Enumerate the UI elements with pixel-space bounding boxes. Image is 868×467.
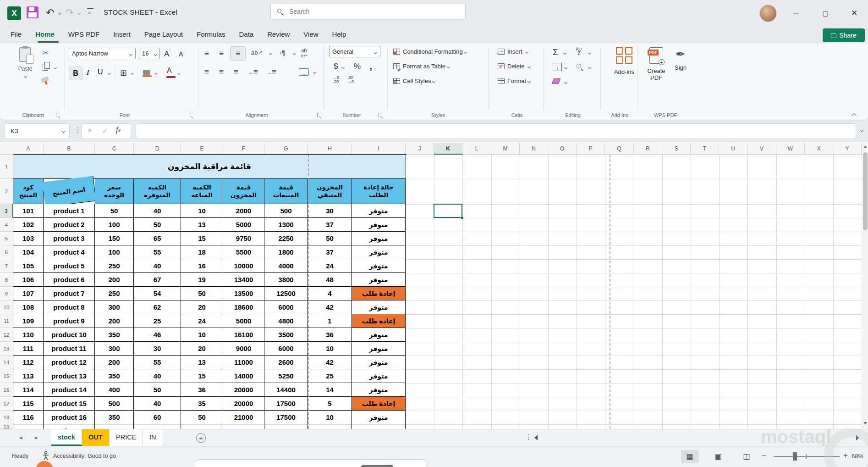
- row-header-5[interactable]: 5: [0, 232, 13, 245]
- table-cell[interactable]: 50: [181, 287, 223, 300]
- table-cell[interactable]: 103: [13, 232, 44, 245]
- increase-decimal-icon[interactable]: ←0 .00: [333, 76, 339, 84]
- format-as-table-button[interactable]: Format as Table: [393, 63, 450, 70]
- table-cell[interactable]: 500: [95, 397, 134, 411]
- table-header-4[interactable]: الكميه المباعه: [181, 179, 223, 204]
- row-header-2[interactable]: 2: [0, 179, 13, 204]
- status-cell[interactable]: متوفر: [352, 259, 406, 273]
- accounting-format-icon[interactable]: $: [334, 62, 338, 71]
- format-painter-icon[interactable]: [41, 77, 49, 83]
- undo-dropdown-icon[interactable]: [58, 11, 61, 15]
- column-header-X[interactable]: X: [805, 143, 833, 155]
- ribbon-tab-review[interactable]: Review: [260, 28, 297, 41]
- italic-button[interactable]: I: [87, 68, 89, 77]
- table-cell[interactable]: product 11: [44, 342, 95, 356]
- clear-icon[interactable]: [552, 78, 560, 84]
- alignment-dialog-launcher-icon[interactable]: [317, 113, 322, 117]
- table-cell[interactable]: 110: [13, 328, 44, 342]
- column-header-U[interactable]: U: [719, 143, 747, 155]
- table-cell[interactable]: 102: [13, 218, 44, 232]
- ribbon-tab-file[interactable]: File: [4, 28, 28, 41]
- table-cell[interactable]: 111: [13, 342, 44, 356]
- table-header-8[interactable]: حالة إعادة الطلب: [352, 179, 406, 204]
- table-cell[interactable]: 42: [308, 356, 352, 369]
- status-cell[interactable]: متوفر: [352, 383, 406, 397]
- column-header-A[interactable]: A: [13, 143, 44, 155]
- row-header-8[interactable]: 8: [0, 273, 13, 287]
- formula-bar-expand-icon[interactable]: [860, 129, 863, 132]
- orientation-icon[interactable]: ab↗: [251, 49, 263, 56]
- table-cell[interactable]: product 3: [44, 232, 95, 245]
- status-cell[interactable]: [352, 424, 406, 429]
- table-cell[interactable]: 40: [134, 204, 181, 218]
- status-cell[interactable]: متوفر: [352, 273, 406, 287]
- cancel-icon[interactable]: ×: [88, 126, 92, 135]
- table-header-2[interactable]: سعر الوحده: [95, 179, 134, 204]
- table-cell[interactable]: 25: [308, 369, 352, 383]
- table-cell[interactable]: product 14: [44, 383, 95, 397]
- table-cell[interactable]: 13500: [223, 287, 264, 300]
- column-header-C[interactable]: C: [95, 143, 134, 155]
- status-cell[interactable]: متوفر: [352, 232, 406, 245]
- share-button[interactable]: Share: [823, 28, 865, 42]
- align-top-icon[interactable]: ≡: [204, 49, 209, 58]
- table-cell[interactable]: 5000: [223, 314, 264, 328]
- table-cell[interactable]: 10000: [223, 259, 264, 273]
- table-cell[interactable]: 113: [13, 369, 44, 383]
- text-direction-icon[interactable]: ›¶: [280, 49, 285, 56]
- ribbon-tab-help[interactable]: Help: [325, 28, 353, 41]
- table-cell[interactable]: 17500: [264, 397, 308, 411]
- close-button[interactable]: ✕: [847, 6, 861, 20]
- column-header-E[interactable]: E: [181, 143, 223, 155]
- hscroll-left-icon[interactable]: [534, 435, 538, 440]
- table-header-0[interactable]: كود المنتج: [13, 179, 44, 204]
- table-cell[interactable]: 54: [134, 287, 181, 300]
- ribbon-tab-formulas[interactable]: Formulas: [190, 28, 232, 41]
- number-format-combo[interactable]: General: [329, 46, 380, 57]
- table-cell[interactable]: product 10: [44, 328, 95, 342]
- table-cell[interactable]: product 2: [44, 218, 95, 232]
- table-cell[interactable]: 37: [308, 218, 352, 232]
- create-pdf-button[interactable]: PDF+ Create PDF: [643, 47, 669, 81]
- minimize-button[interactable]: ─: [789, 6, 803, 20]
- table-cell[interactable]: 1800: [264, 245, 308, 259]
- undo-icon[interactable]: ↶: [46, 6, 54, 20]
- table-cell[interactable]: 13: [181, 218, 223, 232]
- table-cell[interactable]: 24: [181, 314, 223, 328]
- table-cell[interactable]: 350: [95, 411, 134, 424]
- table-cell[interactable]: 2600: [264, 356, 308, 369]
- table-header-6[interactable]: قيمة المبيعات: [264, 179, 308, 204]
- table-cell[interactable]: 14: [308, 383, 352, 397]
- align-center-icon[interactable]: ≡: [219, 67, 223, 77]
- status-cell[interactable]: متوفر: [352, 245, 406, 259]
- format-cells-button[interactable]: Format: [498, 78, 530, 84]
- table-cell[interactable]: 4: [308, 287, 352, 300]
- table-header-1[interactable]: اسم المنتج: [42, 176, 96, 207]
- table-cell[interactable]: product 8: [44, 300, 95, 314]
- table-cell[interactable]: product 5: [44, 259, 95, 273]
- table-cell[interactable]: 15: [181, 369, 223, 383]
- table-cell[interactable]: 1300: [264, 218, 308, 232]
- table-cell[interactable]: 250: [95, 287, 134, 300]
- table-cell[interactable]: 18: [181, 245, 223, 259]
- table-cell[interactable]: 109: [13, 314, 44, 328]
- row-header-11[interactable]: 11: [0, 314, 13, 328]
- sheet-tab-in[interactable]: IN: [143, 429, 163, 446]
- row-header-16[interactable]: 16: [0, 383, 13, 397]
- insert-function-icon[interactable]: fx: [116, 126, 121, 134]
- align-right-icon[interactable]: ≡: [234, 67, 238, 77]
- column-header-P[interactable]: P: [577, 143, 605, 155]
- table-cell[interactable]: 500: [264, 204, 308, 218]
- sign-button[interactable]: ✒ Sign: [670, 47, 691, 71]
- table-cell[interactable]: 20: [181, 342, 223, 356]
- table-cell[interactable]: product 12: [44, 356, 95, 369]
- table-cell[interactable]: 117: [13, 424, 44, 429]
- table-cell[interactable]: 350: [95, 369, 134, 383]
- copy-icon[interactable]: [43, 64, 48, 71]
- find-select-dropdown-icon[interactable]: [588, 66, 591, 69]
- increase-font-icon[interactable]: Aˆ: [164, 49, 171, 59]
- sort-filter-dropdown-icon[interactable]: [588, 51, 591, 55]
- delete-cells-button[interactable]: ×Delete: [498, 63, 530, 70]
- font-size-combo[interactable]: 16: [139, 48, 160, 59]
- status-cell[interactable]: متوفر: [352, 356, 406, 369]
